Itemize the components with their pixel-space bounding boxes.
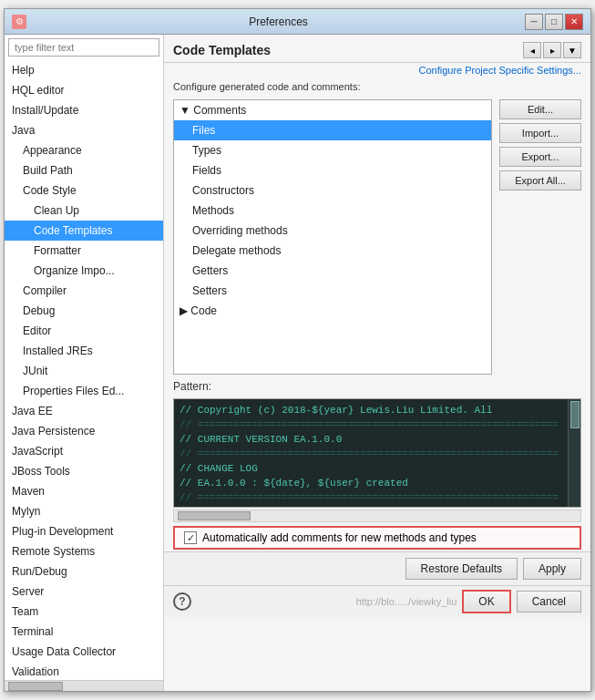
pattern-scrollbar[interactable] [568,399,580,507]
pattern-line: // =====================================… [180,447,564,461]
filter-input[interactable] [8,38,159,57]
app-icon: ⚙ [12,15,26,29]
sidebar-item[interactable]: Usage Data Collector [5,642,163,662]
watermark: http://blo...../viewky_liu [356,596,457,607]
pattern-line: // CHANGE LOG [180,461,564,476]
dropdown-button[interactable]: ▼ [563,42,581,58]
window-controls: ─ □ ✕ [525,14,583,30]
template-tree-item[interactable]: Delegate methods [174,241,491,261]
pattern-section: Pattern: [164,378,590,398]
help-button[interactable]: ? [173,592,191,611]
template-tree-item[interactable]: Overriding methods [174,221,491,241]
sidebar-item[interactable]: Run/Debug [5,561,163,582]
sidebar-item[interactable]: Team [5,602,163,622]
sidebar-item[interactable]: Compiler [5,281,163,301]
action-button[interactable]: Edit... [499,99,581,119]
sidebar-item[interactable]: Debug [5,301,163,321]
sidebar-item[interactable]: HQL editor [5,80,163,100]
template-tree-item[interactable]: ▶ Code [174,301,491,321]
maximize-button[interactable]: □ [545,14,563,30]
pattern-line: // EA.1.0.0 : ${date}, ${user} created [180,476,564,490]
template-tree-item[interactable]: Fields [174,160,491,180]
sidebar-item[interactable]: Code Templates [5,221,163,241]
auto-add-label: Automatically add comments for new metho… [202,531,477,544]
sidebar-item[interactable]: Mylyn [5,501,163,521]
horiz-scrollbar[interactable] [173,510,581,522]
pattern-line: // Copyright (c) 2018-${year} Lewis.Liu … [180,403,564,417]
cancel-button[interactable]: Cancel [517,591,581,612]
sidebar-item[interactable]: Organize Impo... [5,261,163,281]
pattern-scroll-thumb[interactable] [570,401,580,428]
pattern-line: // =====================================… [180,490,564,505]
restore-defaults-button[interactable]: Restore Defaults [405,558,518,580]
panel-title: Code Templates [173,43,271,57]
ok-button[interactable]: OK [462,590,510,613]
templates-area: ▼ CommentsFilesTypesFieldsConstructorsMe… [164,96,590,378]
sidebar-item[interactable]: JBoss Tools [5,461,163,481]
panel-header: Code Templates ◂ ▸ ▼ [164,35,590,63]
sidebar-item[interactable]: Editor [5,321,163,341]
pattern-container: // Copyright (c) 2018-${year} Lewis.Liu … [173,398,581,508]
template-description: Configure generated code and comments: [164,77,590,96]
nav-buttons: ◂ ▸ ▼ [523,42,581,58]
sidebar-item[interactable]: Remote Systems [5,541,163,561]
auto-add-row: ✓ Automatically add comments for new met… [173,526,581,550]
pattern-label: Pattern: [173,380,581,393]
sidebar-item[interactable]: Terminal [5,622,163,642]
sidebar-item[interactable]: Java [5,120,163,140]
sidebar-item[interactable]: Help [5,60,163,80]
main-content: HelpHQL editorInstall/UpdateJavaAppearan… [5,35,590,691]
template-tree-item[interactable]: Getters [174,261,491,281]
sidebar-item[interactable]: Formatter [5,241,163,261]
minimize-button[interactable]: ─ [525,14,543,30]
sidebar-item[interactable]: Validation [5,662,163,680]
pattern-line: // CURRENT VERSION EA.1.0.0 [180,432,564,447]
pattern-line: // =====================================… [180,417,564,432]
sidebar-item[interactable]: JUnit [5,361,163,381]
action-button[interactable]: Import... [499,123,581,143]
title-bar: ⚙ Preferences ─ □ ✕ [5,9,590,35]
sidebar-item[interactable]: Install/Update [5,100,163,120]
apply-button[interactable]: Apply [523,558,581,580]
sidebar: HelpHQL editorInstall/UpdateJavaAppearan… [5,35,164,691]
sidebar-item[interactable]: Installed JREs [5,341,163,361]
template-tree-item[interactable]: Types [174,140,491,160]
template-tree-item[interactable]: Setters [174,281,491,301]
close-button[interactable]: ✕ [565,14,583,30]
sidebar-scrollbar[interactable] [5,680,163,691]
bottom-buttons-row1: Restore Defaults Apply [164,551,590,585]
template-tree-item[interactable]: Constructors [174,180,491,201]
sidebar-item[interactable]: Maven [5,481,163,501]
sidebar-item[interactable]: Java EE [5,401,163,421]
action-buttons: Edit...Import...Export...Export All... [499,99,581,375]
sidebar-item[interactable]: JavaScript [5,441,163,461]
preferences-window: ⚙ Preferences ─ □ ✕ HelpHQL editorInstal… [4,8,591,692]
sidebar-tree: HelpHQL editorInstall/UpdateJavaAppearan… [5,60,163,680]
right-panel: Code Templates ◂ ▸ ▼ Configure Project S… [164,35,590,691]
action-button[interactable]: Export All... [499,170,581,190]
sidebar-scroll-thumb[interactable] [8,682,63,691]
configure-link[interactable]: Configure Project Specific Settings... [164,63,590,77]
pattern-editor[interactable]: // Copyright (c) 2018-${year} Lewis.Liu … [174,399,580,507]
sidebar-item[interactable]: Properties Files Ed... [5,381,163,401]
sidebar-item[interactable]: Java Persistence [5,421,163,441]
sidebar-item[interactable]: Code Style [5,180,163,201]
template-tree-item[interactable]: ▼ Comments [174,100,491,120]
action-button[interactable]: Export... [499,147,581,167]
forward-button[interactable]: ▸ [543,42,561,58]
sidebar-item[interactable]: Plug-in Development [5,521,163,541]
sidebar-item[interactable]: Clean Up [5,201,163,221]
auto-add-checkbox[interactable]: ✓ [184,531,197,544]
sidebar-item[interactable]: Server [5,582,163,602]
footer-row: ? http://blo...../viewky_liu OK Cancel [164,585,590,617]
checkbox-check-icon: ✓ [187,532,195,544]
horiz-scroll-thumb[interactable] [178,511,251,520]
window-title: Preferences [32,15,525,28]
template-tree-item[interactable]: Files [174,120,491,140]
template-tree-item[interactable]: Methods [174,201,491,221]
template-tree[interactable]: ▼ CommentsFilesTypesFieldsConstructorsMe… [173,99,492,375]
back-button[interactable]: ◂ [523,42,541,58]
sidebar-item[interactable]: Build Path [5,160,163,180]
sidebar-item[interactable]: Appearance [5,140,163,160]
